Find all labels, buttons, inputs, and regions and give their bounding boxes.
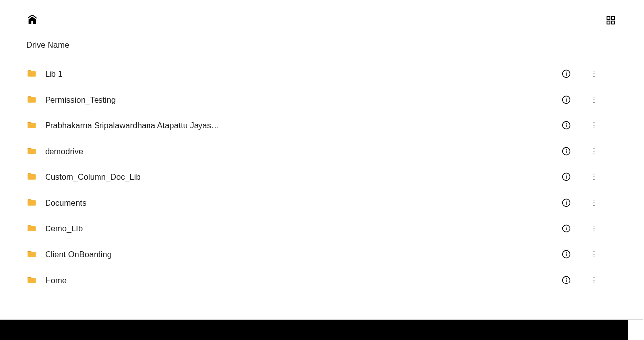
drive-row[interactable]: Home xyxy=(26,267,623,293)
svg-point-37 xyxy=(594,199,595,201)
drive-row[interactable]: Client OnBoarding xyxy=(26,241,623,267)
info-icon[interactable] xyxy=(561,172,571,182)
svg-rect-2 xyxy=(607,21,610,24)
svg-point-38 xyxy=(594,202,595,204)
more-vert-icon[interactable] xyxy=(589,120,599,130)
row-actions xyxy=(561,249,623,259)
info-icon[interactable] xyxy=(561,275,571,285)
svg-point-9 xyxy=(594,76,595,77)
svg-point-51 xyxy=(594,256,595,258)
svg-point-39 xyxy=(594,205,595,206)
drive-row[interactable]: Documents xyxy=(26,190,623,216)
folder-icon xyxy=(26,171,37,182)
svg-point-13 xyxy=(594,96,595,98)
folder-icon xyxy=(26,68,37,79)
svg-point-26 xyxy=(594,151,595,152)
svg-point-5 xyxy=(566,72,567,73)
svg-point-50 xyxy=(594,254,595,255)
svg-rect-3 xyxy=(612,21,615,24)
svg-point-47 xyxy=(566,252,567,253)
info-icon[interactable] xyxy=(561,249,571,259)
drive-row[interactable]: Demo_LIb xyxy=(26,216,623,241)
bottom-bar xyxy=(0,320,628,340)
svg-point-55 xyxy=(594,277,595,278)
svg-rect-42 xyxy=(566,228,567,230)
svg-point-21 xyxy=(594,127,595,129)
svg-point-8 xyxy=(594,73,595,75)
svg-point-11 xyxy=(566,98,567,99)
info-icon[interactable] xyxy=(561,146,571,156)
drive-row[interactable]: Prabhakarna Sripalawardhana Atapattu Jay… xyxy=(26,113,623,138)
folder-icon xyxy=(26,146,37,157)
svg-point-31 xyxy=(594,173,595,175)
drive-name[interactable]: Custom_Column_Doc_Lib xyxy=(45,172,141,182)
drive-name[interactable]: demodrive xyxy=(45,147,83,156)
more-vert-icon[interactable] xyxy=(589,275,599,285)
svg-point-35 xyxy=(566,201,567,202)
svg-rect-36 xyxy=(566,202,567,205)
svg-point-15 xyxy=(594,102,595,103)
more-vert-icon[interactable] xyxy=(589,69,599,79)
row-actions xyxy=(561,120,623,130)
svg-point-49 xyxy=(594,251,595,252)
svg-point-27 xyxy=(594,153,595,155)
svg-point-43 xyxy=(594,225,595,227)
svg-rect-48 xyxy=(566,254,567,256)
svg-point-53 xyxy=(566,278,567,279)
folder-icon xyxy=(26,120,37,131)
more-vert-icon[interactable] xyxy=(589,146,599,156)
info-icon[interactable] xyxy=(561,198,571,208)
drive-name[interactable]: Permission_Testing xyxy=(45,95,116,105)
folder-icon xyxy=(26,223,37,234)
folder-icon xyxy=(26,275,37,285)
drive-name[interactable]: Lib 1 xyxy=(45,69,63,79)
svg-point-41 xyxy=(566,227,567,227)
row-actions xyxy=(561,146,623,156)
svg-point-56 xyxy=(594,280,595,281)
row-actions xyxy=(561,198,623,208)
svg-point-57 xyxy=(594,282,595,283)
folder-icon xyxy=(26,197,37,208)
grid-view-icon[interactable] xyxy=(605,14,617,26)
drive-row[interactable]: demodrive xyxy=(26,138,623,164)
svg-rect-30 xyxy=(566,176,567,179)
drive-name[interactable]: Prabhakarna Sripalawardhana Atapattu Jay… xyxy=(45,121,223,130)
svg-point-17 xyxy=(566,123,567,124)
row-actions xyxy=(561,95,623,105)
home-icon[interactable] xyxy=(26,14,38,26)
svg-point-19 xyxy=(594,122,595,123)
svg-rect-1 xyxy=(612,17,615,20)
svg-rect-0 xyxy=(607,17,610,20)
svg-point-23 xyxy=(566,149,567,150)
more-vert-icon[interactable] xyxy=(589,198,599,208)
more-vert-icon[interactable] xyxy=(589,224,599,233)
svg-point-7 xyxy=(594,70,595,72)
folder-icon xyxy=(26,94,37,105)
info-icon[interactable] xyxy=(561,224,571,233)
svg-point-29 xyxy=(566,175,567,176)
drive-row[interactable]: Permission_Testing xyxy=(26,87,623,113)
svg-rect-18 xyxy=(566,125,567,127)
row-actions xyxy=(561,69,623,79)
drive-row[interactable]: Custom_Column_Doc_Lib xyxy=(26,164,623,190)
row-actions xyxy=(561,172,623,182)
svg-point-45 xyxy=(594,230,595,232)
svg-rect-6 xyxy=(566,73,567,76)
row-actions xyxy=(561,224,623,233)
svg-point-32 xyxy=(594,176,595,178)
more-vert-icon[interactable] xyxy=(589,249,599,259)
drive-row[interactable]: Lib 1 xyxy=(26,61,623,87)
folder-icon xyxy=(26,249,37,260)
more-vert-icon[interactable] xyxy=(589,172,599,182)
topbar xyxy=(0,0,643,36)
info-icon[interactable] xyxy=(561,95,571,105)
drive-name[interactable]: Home xyxy=(45,276,67,285)
svg-point-33 xyxy=(594,179,595,180)
info-icon[interactable] xyxy=(561,69,571,79)
info-icon[interactable] xyxy=(561,120,571,130)
drive-name[interactable]: Demo_LIb xyxy=(45,224,83,233)
drive-name[interactable]: Client OnBoarding xyxy=(45,250,112,259)
drive-name[interactable]: Documents xyxy=(45,198,86,208)
more-vert-icon[interactable] xyxy=(589,95,599,105)
svg-rect-24 xyxy=(566,151,567,153)
